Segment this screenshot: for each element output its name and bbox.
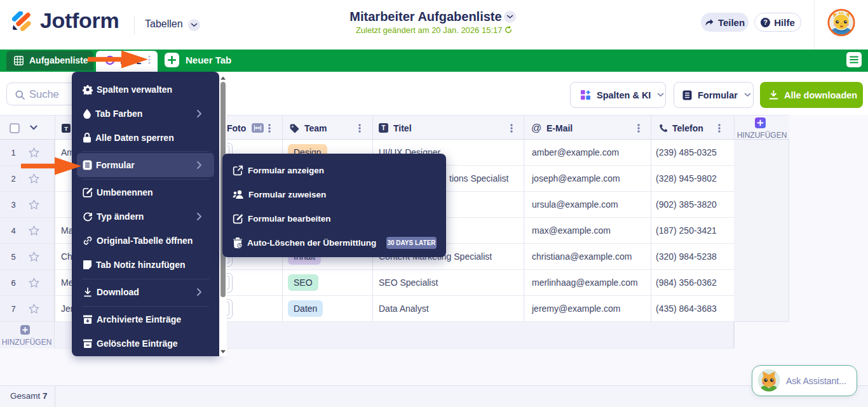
svg-text:T: T [64, 125, 68, 132]
svg-text:T: T [381, 124, 386, 131]
